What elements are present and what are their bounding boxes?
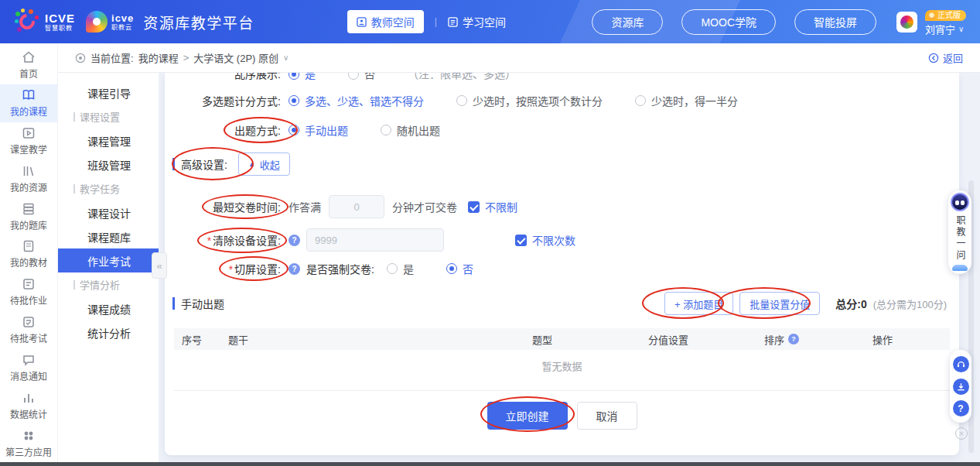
section-accent-bar xyxy=(172,158,175,170)
help-icon[interactable]: ? xyxy=(289,235,300,246)
robot-icon xyxy=(951,193,969,211)
add-question-button[interactable]: + 添加题目 xyxy=(664,292,733,315)
nav-teacher-label: 教师空间 xyxy=(371,14,415,29)
unlimited-times-checkbox[interactable]: 不限次数 xyxy=(515,232,575,248)
sidebar-item-pending-homework[interactable]: 待批作业 xyxy=(0,273,57,311)
breadcrumb-course-name[interactable]: 大学语文 (2P) 原创 xyxy=(193,50,278,65)
clear-device-label: *清除设备设置: xyxy=(183,232,281,248)
clipped-top-row: 乱序展示: 是 否 （注：限单选、多选） xyxy=(165,73,959,84)
required-asterisk: * xyxy=(207,235,211,247)
mooc-academy-button[interactable]: MOOC学院 xyxy=(681,9,776,35)
footer-actions: 立即创建 取消 xyxy=(165,402,959,430)
collapse-button[interactable]: ▲ 收起 xyxy=(238,152,290,176)
subnav-item-course-grades[interactable]: 课程成绩 xyxy=(58,296,159,320)
radio-force-submit-no[interactable]: 否 xyxy=(446,261,473,276)
required-asterisk: * xyxy=(229,263,233,276)
subnav-item-homework-exam[interactable]: 作业考试 xyxy=(58,248,159,272)
close-float-icon[interactable]: × xyxy=(955,427,968,440)
resource-library-button[interactable]: 资源库 xyxy=(592,9,663,35)
clear-device-input[interactable] xyxy=(306,228,444,252)
medal-icon xyxy=(928,12,935,19)
column-index: 序号 xyxy=(182,332,228,347)
classroom-icon xyxy=(22,126,36,140)
assistant-widget[interactable]: 职教一问 xyxy=(948,190,971,274)
advanced-settings-label: 高级设置: xyxy=(181,156,227,172)
course-dropdown-caret-icon[interactable]: ∨ xyxy=(283,53,289,62)
question-bank-icon xyxy=(22,202,36,216)
message-icon xyxy=(22,353,36,367)
sidebar-item-my-question-bank[interactable]: 我的题库 xyxy=(0,197,57,235)
sidebar-item-my-resources[interactable]: 我的资源 xyxy=(0,159,57,197)
subnav-collapse-handle[interactable]: « xyxy=(152,252,167,279)
back-label: 返回 xyxy=(943,50,963,65)
sort-help-icon[interactable]: ? xyxy=(788,334,799,344)
exam-settings-panel: 乱序展示: 是 否 （注：限单选、多选） 多选题计分方式: 多选、少选、错选不得… xyxy=(165,73,959,455)
sidebar-item-home[interactable]: 首页 xyxy=(0,46,57,84)
multi-score-row: 多选题计分方式: 多选、少选、错选不得分 少选时，按照选项个数计分 少选时，得一… xyxy=(165,93,959,108)
top-header: ICVE 智慧职教 icve 职教云 资源库教学平台 教师空间 | 学习空间 资… xyxy=(0,0,980,43)
cloud-icon xyxy=(952,265,968,271)
subnav-item-statistical-analysis[interactable]: 统计分析 xyxy=(58,320,159,344)
min-submit-input[interactable] xyxy=(329,195,384,218)
nav-student-space[interactable]: 学习空间 xyxy=(448,14,506,29)
screen-switch-label: *切屏设置: xyxy=(183,261,281,276)
sidebar-item-my-courses[interactable]: 我的课程 xyxy=(0,84,57,122)
username-menu[interactable]: 刘宵宁 ∨ xyxy=(925,25,966,35)
subnav-item-course-guide[interactable]: 课程引导 xyxy=(58,81,159,105)
radio-random-mode[interactable]: 随机出题 xyxy=(381,122,440,138)
nav-teacher-space[interactable]: 教师空间 xyxy=(347,10,424,33)
back-arrow-icon xyxy=(928,53,939,63)
breadcrumb-my-courses[interactable]: 我的课程 xyxy=(138,50,179,65)
breadcrumb-separator: > xyxy=(183,52,190,63)
sidebar-item-pending-exams[interactable]: 待批考试 xyxy=(0,311,57,349)
advanced-settings-row: 高级设置: ▲ 收起 xyxy=(165,152,959,176)
username-label: 刘宵宁 xyxy=(925,25,955,35)
nav-student-label: 学习空间 xyxy=(463,14,506,29)
nav-divider: | xyxy=(435,16,437,27)
sidebar-item-data-statistics[interactable]: 数据统计 xyxy=(0,386,57,424)
subnav-item-course-management[interactable]: 课程管理 xyxy=(58,128,159,152)
create-button[interactable]: 立即创建 xyxy=(487,402,568,430)
clear-device-row: *清除设备设置: ? 不限次数 xyxy=(165,228,959,252)
icve-zhihui-logo-icon xyxy=(14,9,40,35)
breadcrumb: 当前位置: 我的课程 > 大学语文 (2P) 原创 ∨ xyxy=(75,50,289,65)
smart-casting-button[interactable]: 智能投屏 xyxy=(794,9,876,35)
radio-manual-mode[interactable]: 手动出题 xyxy=(289,122,348,138)
sidebar-item-my-textbooks[interactable]: 我的教材 xyxy=(0,235,57,273)
manual-questions-title: 手动出题 xyxy=(181,296,224,311)
sidebar-item-third-party-apps[interactable]: 第三方应用 xyxy=(0,424,57,462)
floating-tools: ? xyxy=(950,350,971,423)
assistant-label: 职教一问 xyxy=(955,215,965,262)
download-button[interactable] xyxy=(953,379,969,395)
subnav-item-course-question-bank[interactable]: 课程题库 xyxy=(58,224,159,248)
batch-score-button[interactable]: 批量设置分值 xyxy=(739,292,820,315)
home-icon xyxy=(22,50,36,64)
chevron-down-icon: ∨ xyxy=(958,26,964,33)
radio-force-submit-yes[interactable]: 是 xyxy=(387,261,414,276)
sidebar-item-classroom-teaching[interactable]: 课堂教学 xyxy=(0,122,57,160)
sidebar-item-notifications[interactable]: 消息通知 xyxy=(0,349,57,387)
avatar[interactable] xyxy=(896,12,917,33)
radio-multi-score-option-3[interactable]: 少选时，得一半分 xyxy=(635,93,738,108)
divider xyxy=(174,390,950,391)
customer-service-button[interactable] xyxy=(953,356,969,372)
radio-multi-score-option-2[interactable]: 少选时，按照选项个数计分 xyxy=(456,93,603,108)
help-icon[interactable]: ? xyxy=(289,263,300,275)
min-submit-row: 最短交卷时间: 作答满 分钟才可交卷 不限制 xyxy=(165,195,959,218)
help-button[interactable]: ? xyxy=(953,400,969,416)
question-table-header: 序号 题干 题型 分值设置 排序 ? 操作 xyxy=(174,328,950,350)
radio-icon xyxy=(387,263,398,274)
radio-multi-score-option-1[interactable]: 多选、少选、错选不得分 xyxy=(289,93,424,108)
radio-icon xyxy=(381,125,391,135)
subnav-item-course-design[interactable]: 课程设计 xyxy=(58,200,159,224)
version-badge: 正式版 xyxy=(925,10,966,21)
header-nav: 教师空间 | 学习空间 xyxy=(347,10,506,33)
no-limit-checkbox[interactable]: 不限制 xyxy=(468,199,517,214)
triangle-up-icon: ▲ xyxy=(248,160,255,168)
subnav-item-class-management[interactable]: 班级管理 xyxy=(58,152,159,176)
location-pin-icon xyxy=(75,53,86,63)
course-subnav: 课程引导 课程设置 课程管理 班级管理 教学任务 课程设计 课程题库 作业考试 … xyxy=(58,73,159,462)
multi-score-label: 多选题计分方式: xyxy=(183,93,281,108)
back-link[interactable]: 返回 xyxy=(928,50,963,65)
cancel-button[interactable]: 取消 xyxy=(577,402,637,430)
